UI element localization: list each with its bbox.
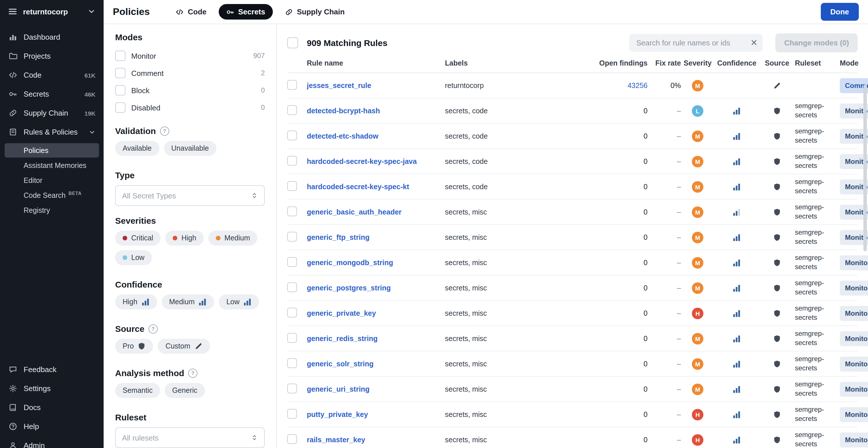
- org-selector[interactable]: returntocorp: [0, 0, 103, 23]
- clear-search-icon[interactable]: [750, 38, 758, 46]
- rule-link[interactable]: jesses_secret_rule: [307, 81, 371, 90]
- sidebar-item-feedback[interactable]: Feedback: [0, 360, 103, 379]
- sidebar-item-secrets[interactable]: Secrets 46K: [0, 84, 103, 104]
- row-checkbox[interactable]: [287, 333, 297, 342]
- row-checkbox[interactable]: [287, 257, 297, 267]
- source-pill-custom[interactable]: Custom: [158, 339, 210, 354]
- rule-link[interactable]: putty_private_key: [307, 410, 368, 418]
- tab-label: Code: [188, 7, 207, 16]
- validation-pill-unavailable[interactable]: Unavailable: [164, 141, 216, 156]
- source-pill-pro[interactable]: Pro: [115, 339, 153, 354]
- rule-link[interactable]: generic_uri_string: [307, 385, 370, 393]
- done-button[interactable]: Done: [820, 3, 859, 21]
- severity-pill-low[interactable]: Low: [115, 250, 152, 265]
- confidence-pill-high[interactable]: High: [115, 295, 157, 309]
- row-checkbox[interactable]: [287, 206, 297, 216]
- sidebar-item-docs[interactable]: Docs: [0, 398, 103, 417]
- help-icon[interactable]: ?: [160, 126, 169, 135]
- help-icon[interactable]: ?: [149, 324, 158, 333]
- row-checkbox[interactable]: [287, 80, 297, 90]
- checkbox[interactable]: [115, 85, 125, 96]
- sidebar-item-admin[interactable]: Admin: [0, 436, 103, 448]
- col-ruleset: Ruleset: [795, 59, 840, 67]
- row-checkbox[interactable]: [287, 181, 297, 191]
- row-checkbox[interactable]: [287, 409, 297, 418]
- confidence-pill-medium[interactable]: Medium: [161, 295, 214, 309]
- severity-badge: H: [692, 434, 703, 445]
- severity-pill-high[interactable]: High: [165, 231, 204, 246]
- rule-link[interactable]: detected-bcrypt-hash: [307, 107, 380, 115]
- mode-filter-disabled[interactable]: Disabled 0: [115, 99, 265, 116]
- sidebar-item-help[interactable]: Help: [0, 417, 103, 436]
- select-all-checkbox[interactable]: [287, 37, 298, 48]
- sidebar-item-registry[interactable]: Registry: [5, 203, 99, 217]
- sidebar-item-rules-policies[interactable]: Rules & Policies: [0, 123, 103, 141]
- checkbox[interactable]: [115, 50, 125, 61]
- sidebar-item-badge: 19K: [84, 109, 96, 116]
- change-modes-button[interactable]: Change modes (0): [776, 33, 858, 52]
- validation-pill-available[interactable]: Available: [115, 141, 159, 156]
- open-findings-cell[interactable]: 43256: [595, 81, 648, 90]
- row-checkbox[interactable]: [287, 156, 297, 165]
- mode-filter-comment[interactable]: Comment 2: [115, 64, 265, 82]
- select-chevrons-icon: [251, 434, 258, 441]
- sidebar-item-dashboard[interactable]: Dashboard: [0, 28, 103, 46]
- custom-pencil-icon: [773, 81, 781, 90]
- rule-link[interactable]: generic_redis_string: [307, 335, 378, 342]
- rule-link[interactable]: generic_ftp_string: [307, 233, 370, 241]
- help-icon[interactable]: ?: [188, 368, 197, 378]
- rule-link[interactable]: rails_master_key: [307, 436, 365, 444]
- search-input[interactable]: [629, 34, 763, 52]
- ruleset-select[interactable]: All rulesets: [115, 427, 265, 448]
- severity-pill-medium[interactable]: Medium: [208, 231, 257, 246]
- vertical-scrollbar[interactable]: [863, 84, 867, 448]
- severity-pill-critical[interactable]: Critical: [115, 231, 161, 246]
- analysis-pill-semantic[interactable]: Semantic: [115, 383, 160, 398]
- help-circle-icon: [8, 422, 17, 431]
- analysis-pill-generic[interactable]: Generic: [165, 383, 205, 398]
- row-checkbox[interactable]: [287, 232, 297, 241]
- rule-link[interactable]: generic_mongodb_string: [307, 259, 393, 267]
- checkbox[interactable]: [115, 68, 125, 78]
- rule-link[interactable]: detected-etc-shadow: [307, 132, 378, 140]
- mode-filter-monitor[interactable]: Monitor 907: [115, 47, 265, 64]
- scrollbar-thumb[interactable]: [863, 84, 867, 251]
- tab-supply-chain[interactable]: Supply Chain: [277, 4, 352, 20]
- rule-link[interactable]: generic_basic_auth_header: [307, 208, 401, 216]
- mode-filter-block[interactable]: Block 0: [115, 82, 265, 99]
- row-checkbox[interactable]: [287, 282, 297, 292]
- sidebar-item-policies[interactable]: Policies: [5, 143, 99, 158]
- severity-badge: M: [692, 232, 703, 243]
- row-checkbox[interactable]: [287, 105, 297, 115]
- tab-code[interactable]: Code: [168, 4, 214, 20]
- confidence-bars-icon: [733, 157, 741, 165]
- sidebar-item-assistant-memories[interactable]: Assistant Memories: [5, 158, 99, 173]
- confidence-cell: [714, 309, 759, 317]
- sidebar-item-settings[interactable]: Settings: [0, 379, 103, 398]
- sidebar-item-code[interactable]: Code 61K: [0, 66, 103, 84]
- checkbox[interactable]: [115, 102, 125, 113]
- row-checkbox[interactable]: [287, 434, 297, 444]
- page-title: Policies: [113, 6, 150, 18]
- sidebar-item-editor[interactable]: Editor: [5, 173, 99, 187]
- ruleset-cell: semgrep-secrets: [795, 152, 840, 170]
- tab-secrets[interactable]: Secrets: [219, 4, 273, 20]
- table-row: hardcoded-secret-key-spec-java secrets, …: [287, 149, 858, 174]
- secret-type-select[interactable]: All Secret Types: [115, 185, 265, 206]
- rule-link[interactable]: hardcoded-secret-key-spec-java: [307, 157, 417, 165]
- col-severity: Severity: [681, 59, 714, 67]
- row-checkbox[interactable]: [287, 130, 297, 140]
- hamburger-menu-icon[interactable]: [8, 7, 17, 16]
- confidence-pill-low[interactable]: Low: [219, 295, 259, 309]
- table-header-row: Rule name Labels Open findings Fix rate …: [287, 59, 858, 73]
- rule-link[interactable]: hardcoded-secret-key-spec-kt: [307, 182, 409, 191]
- sidebar-item-projects[interactable]: Projects: [0, 46, 103, 66]
- row-checkbox[interactable]: [287, 307, 297, 317]
- row-checkbox[interactable]: [287, 383, 297, 393]
- rule-link[interactable]: generic_solr_string: [307, 360, 374, 368]
- row-checkbox[interactable]: [287, 358, 297, 368]
- sidebar-item-code-search[interactable]: Code SearchBETA: [5, 188, 99, 202]
- rule-link[interactable]: generic_private_key: [307, 309, 376, 317]
- sidebar-item-supply-chain[interactable]: Supply Chain 19K: [0, 104, 103, 123]
- rule-link[interactable]: generic_postgres_string: [307, 284, 391, 292]
